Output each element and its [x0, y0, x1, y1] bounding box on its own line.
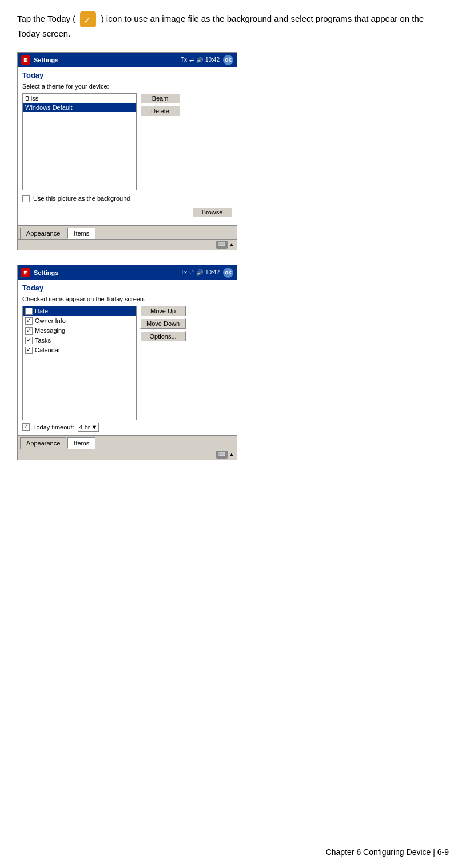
background-checkbox[interactable]: [22, 195, 30, 202]
screen2: ⊞ Settings Tx ⇌ 🔊 10:42 ok Today Checked…: [17, 265, 237, 460]
arrow-up-icon2: ▲: [229, 451, 234, 457]
browse-button[interactable]: Browse: [192, 207, 232, 217]
tab1-items[interactable]: Items: [67, 228, 95, 239]
screen1-title: Today: [22, 71, 232, 79]
status-icons2: Tx ⇌ 🔊 10:42: [181, 269, 220, 276]
app-title2: Settings: [34, 269, 177, 276]
today-icon: [80, 11, 96, 27]
tx-icon: Tx: [181, 57, 187, 63]
intro-text-before: Tap the Today (: [17, 14, 75, 23]
items-label: Checked items appear on the Today screen…: [22, 296, 232, 302]
intro-paragraph: Tap the Today ( ) icon to use an image f…: [17, 11, 449, 41]
item-owner-info-checkbox[interactable]: [25, 317, 33, 325]
item-messaging-label: Messaging: [35, 327, 65, 334]
item-date-checkbox[interactable]: [25, 308, 33, 315]
app-title1: Settings: [34, 57, 177, 63]
item-calendar-checkbox[interactable]: [25, 347, 33, 354]
clock2: 10:42: [205, 269, 220, 276]
screen2-title: Today: [22, 284, 232, 292]
keyboard-icon1[interactable]: ⌨: [216, 241, 228, 249]
items-area: Date Owner Info Messaging Tasks Calendar: [22, 306, 232, 420]
theme-item-windows-default[interactable]: Windows Default: [23, 103, 136, 112]
status-icons1: Tx ⇌ 🔊 10:42: [181, 57, 220, 63]
item-tasks-checkbox[interactable]: [25, 337, 33, 344]
tabbar2: Appearance Items: [18, 435, 237, 449]
theme-buttons: Beam Delete: [140, 93, 180, 190]
windows-logo2: ⊞: [21, 268, 30, 277]
footer: Chapter 6 Configuring Device | 6-9: [326, 847, 449, 857]
item-owner-info-label: Owner Info: [35, 317, 66, 324]
item-messaging[interactable]: Messaging: [23, 326, 136, 336]
item-owner-info[interactable]: Owner Info: [23, 316, 136, 326]
timeout-label: Today timeout:: [33, 424, 74, 431]
item-tasks-label: Tasks: [35, 337, 51, 344]
delete-button[interactable]: Delete: [140, 106, 180, 116]
theme-area: Bliss Windows Default Beam Delete: [22, 93, 232, 190]
clock1: 10:42: [205, 57, 220, 63]
background-label: Use this picture as the background: [33, 195, 130, 202]
intro-text-after: ) icon to use an image file as the backg…: [17, 14, 424, 38]
tab2-appearance[interactable]: Appearance: [20, 437, 66, 449]
timeout-value: 4 hr: [79, 424, 90, 431]
bottombar2: ⌨ ▲: [18, 449, 237, 460]
move-up-button[interactable]: Move Up: [140, 306, 186, 316]
item-date-label: Date: [35, 308, 48, 314]
ok-button1[interactable]: ok: [223, 55, 233, 65]
titlebar1: ⊞ Settings Tx ⇌ 🔊 10:42 ok: [18, 53, 237, 67]
options-button[interactable]: Options...: [140, 331, 186, 341]
signal-icon2: ⇌: [189, 269, 194, 276]
arrow-up-icon1: ▲: [229, 241, 234, 248]
tab2-items[interactable]: Items: [67, 437, 95, 449]
item-date[interactable]: Date: [23, 306, 136, 316]
beam-button[interactable]: Beam: [140, 93, 180, 103]
timeout-dropdown-arrow[interactable]: ▼: [91, 424, 98, 431]
screen2-content: Today Checked items appear on the Today …: [18, 280, 237, 435]
tab1-appearance[interactable]: Appearance: [20, 228, 66, 239]
screen1: ⊞ Settings Tx ⇌ 🔊 10:42 ok Today Select …: [17, 52, 237, 250]
theme-item-bliss[interactable]: Bliss: [23, 94, 136, 103]
items-action-buttons: Move Up Move Down Options...: [140, 306, 186, 420]
bottombar1: ⌨ ▲: [18, 239, 237, 250]
theme-label: Select a theme for your device:: [22, 83, 232, 90]
timeout-select[interactable]: 4 hr ▼: [78, 423, 99, 432]
item-calendar[interactable]: Calendar: [23, 345, 136, 355]
keyboard-icon2[interactable]: ⌨: [216, 451, 228, 459]
item-calendar-label: Calendar: [35, 347, 61, 353]
volume-icon: 🔊: [196, 57, 203, 63]
titlebar2: ⊞ Settings Tx ⇌ 🔊 10:42 ok: [18, 265, 237, 280]
timeout-row: Today timeout: 4 hr ▼: [22, 423, 232, 432]
move-down-button[interactable]: Move Down: [140, 318, 186, 329]
background-checkbox-row: Use this picture as the background: [22, 195, 232, 202]
timeout-checkbox[interactable]: [22, 423, 30, 431]
screen1-content: Today Select a theme for your device: Bl…: [18, 67, 237, 225]
browse-row: Browse: [22, 207, 232, 217]
tabbar1: Appearance Items: [18, 225, 237, 239]
signal-icon: ⇌: [189, 57, 194, 63]
tx-icon2: Tx: [181, 269, 187, 276]
theme-list[interactable]: Bliss Windows Default: [22, 93, 137, 190]
footer-text: Chapter 6 Configuring Device | 6-9: [326, 847, 449, 857]
item-tasks[interactable]: Tasks: [23, 336, 136, 345]
items-list[interactable]: Date Owner Info Messaging Tasks Calendar: [22, 306, 137, 420]
windows-logo: ⊞: [21, 55, 30, 65]
ok-button2[interactable]: ok: [223, 268, 233, 278]
volume-icon2: 🔊: [196, 269, 203, 276]
item-messaging-checkbox[interactable]: [25, 327, 33, 335]
